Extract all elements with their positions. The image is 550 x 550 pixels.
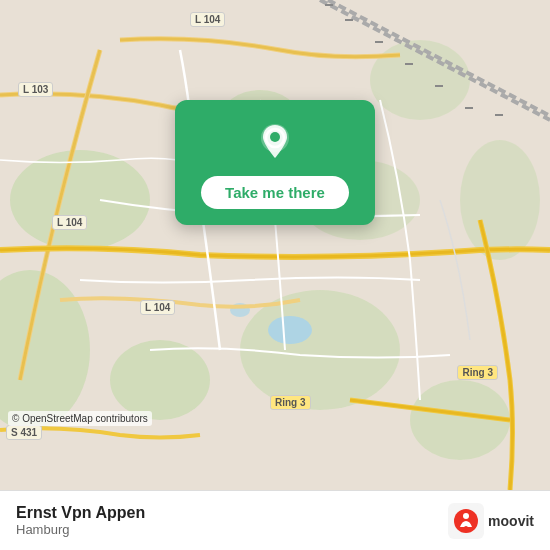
- location-card: Take me there: [175, 100, 375, 225]
- road-label-l104-mid: L 104: [52, 215, 87, 230]
- svg-point-24: [270, 132, 280, 142]
- svg-point-4: [240, 290, 400, 410]
- moovit-text: moovit: [488, 513, 534, 529]
- location-city: Hamburg: [16, 522, 145, 537]
- road-label-ring3-bottom: Ring 3: [270, 395, 311, 410]
- location-pin-icon: [253, 120, 297, 164]
- svg-point-3: [110, 340, 210, 420]
- location-name: Ernst Vpn Appen: [16, 504, 145, 522]
- location-info: Ernst Vpn Appen Hamburg: [16, 504, 145, 537]
- svg-point-27: [463, 513, 469, 519]
- svg-point-10: [268, 316, 312, 344]
- bottom-bar: Ernst Vpn Appen Hamburg moovit: [0, 490, 550, 550]
- moovit-logo: moovit: [448, 503, 534, 539]
- road-label-l103: L 103: [18, 82, 53, 97]
- road-label-l104-lower: L 104: [140, 300, 175, 315]
- road-label-l104-top: L 104: [190, 12, 225, 27]
- take-me-there-button[interactable]: Take me there: [201, 176, 349, 209]
- moovit-icon: [448, 503, 484, 539]
- map-view: L 104 L 103 L 104 L 104 Ring 3 Ring 3 S …: [0, 0, 550, 490]
- road-label-s431: S 431: [6, 425, 42, 440]
- svg-point-1: [10, 150, 150, 250]
- svg-point-28: [464, 526, 468, 530]
- svg-point-6: [460, 140, 540, 260]
- road-label-ring3-right: Ring 3: [457, 365, 498, 380]
- map-attribution: © OpenStreetMap contributors: [8, 411, 152, 426]
